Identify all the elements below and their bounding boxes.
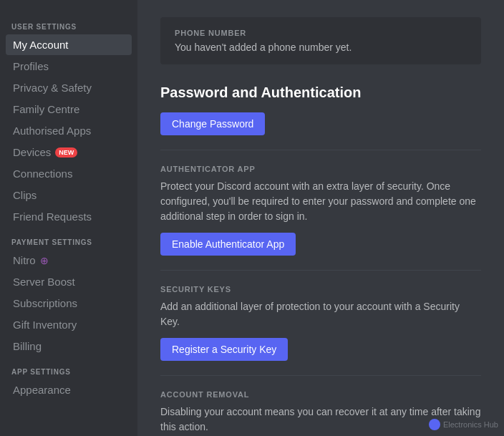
security-keys-desc: Add an additional layer of protection to… [160,299,481,329]
change-password-button[interactable]: Change Password [160,112,265,135]
sidebar-item-label: Connections [13,168,72,180]
sidebar-item-label: My Account [13,39,69,51]
watermark: Electronics Hub [429,419,498,430]
sidebar-item-label: Privacy & Safety [13,82,92,94]
register-security-key-button[interactable]: Register a Security Key [160,338,288,361]
sidebar-item-label: Friend Requests [13,210,92,223]
sidebar-item-label: Subscriptions [13,297,77,309]
divider-3 [160,375,481,376]
sidebar-item-family-centre[interactable]: Family Centre [6,99,132,120]
sidebar-item-my-account[interactable]: My Account [6,34,132,55]
sidebar-item-server-boost[interactable]: Server Boost [6,271,132,292]
sidebar-item-label: Devices [13,146,51,158]
sidebar-item-nitro[interactable]: Nitro ⊕ [6,250,132,271]
watermark-text: Electronics Hub [443,420,498,429]
sidebar-item-authorised-apps[interactable]: Authorised Apps [6,120,132,141]
sidebar-item-label: Gift Inventory [13,319,77,331]
phone-number-label: Phone Number [175,29,467,37]
sidebar-item-label: Appearance [13,384,71,396]
payment-settings-label: Payment Settings [6,233,132,249]
sidebar-item-friend-requests[interactable]: Friend Requests [6,206,132,227]
phone-number-section: Phone Number You haven't added a phone n… [160,17,481,64]
sidebar-item-label: Profiles [13,60,49,72]
sidebar-item-label: Nitro [13,254,36,266]
sidebar-item-privacy-safety[interactable]: Privacy & Safety [6,77,132,98]
sidebar-item-appearance[interactable]: Appearance [6,379,132,400]
account-removal-label: Account Removal [160,390,481,399]
authenticator-app-desc: Protect your Discord account with an ext… [160,179,481,224]
sidebar-item-gift-inventory[interactable]: Gift Inventory [6,314,132,335]
sidebar-item-label: Authorised Apps [13,125,91,137]
sidebar-item-label: Family Centre [13,103,79,115]
nitro-icon: ⊕ [40,255,49,266]
sidebar-item-billing[interactable]: Billing [6,336,132,357]
section-title: Password and Authentication [160,84,481,101]
divider-2 [160,270,481,271]
phone-number-value: You haven't added a phone number yet. [175,42,467,53]
sidebar-item-profiles[interactable]: Profiles [6,56,132,77]
sidebar-item-devices[interactable]: Devices NEW [6,142,132,163]
main-content: Phone Number You haven't added a phone n… [137,0,504,436]
sidebar-item-clips[interactable]: Clips [6,185,132,205]
app-settings-label: App Settings [6,362,132,379]
new-badge: NEW [55,147,77,158]
sidebar-item-label: Server Boost [13,276,75,288]
watermark-icon [429,419,440,430]
sidebar-item-subscriptions[interactable]: Subscriptions [6,293,132,314]
enable-authenticator-button[interactable]: Enable Authenticator App [160,233,296,256]
sidebar: User Settings My Account Profiles Privac… [0,0,137,436]
security-keys-label: Security Keys [160,285,481,294]
sidebar-item-label: Clips [13,189,37,201]
user-settings-label: User Settings [6,17,132,34]
sidebar-item-connections[interactable]: Connections [6,163,132,184]
authenticator-app-label: Authenticator App [160,165,481,173]
divider-1 [160,150,481,150]
sidebar-item-label: Billing [13,340,42,352]
